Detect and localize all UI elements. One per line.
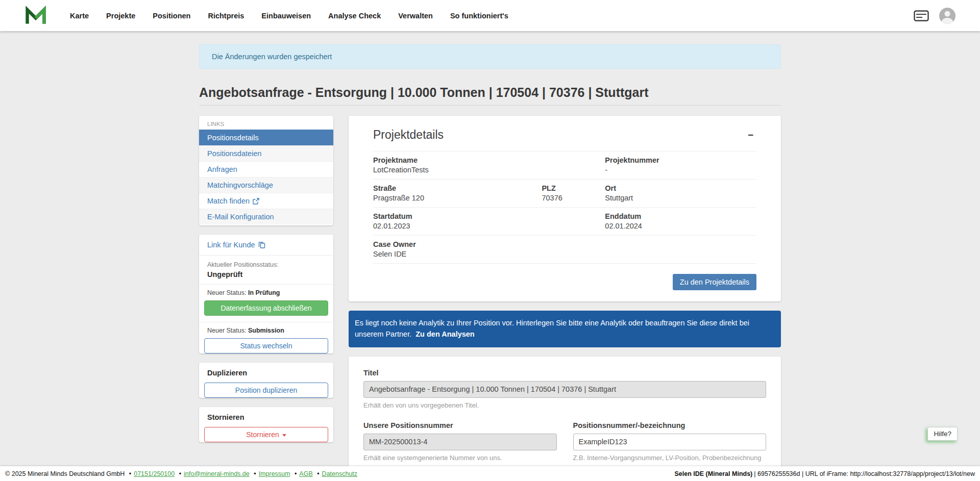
customer-link[interactable]: Link für Kunde [207,241,265,249]
field-value: Selen IDE [373,250,756,258]
project-row: Startdatum 02.01.2023 Enddatum 02.01.202… [373,208,756,236]
field-value: 70376 [542,194,605,202]
main-column: Projektdetails − Projektname LotCreation… [349,116,781,466]
field-label: Startdatum [373,212,605,220]
new-status-row-1: Neuer Status: In Prüfung [199,285,333,299]
logo-m-icon [24,6,47,26]
unsere-positionsnummer-input [363,434,557,450]
field-value: Pragstraße 120 [373,194,542,202]
footer-link-agb[interactable]: AGB [299,470,312,477]
cancel-header: Stornieren [199,407,333,426]
project-row: Straße Pragstraße 120 PLZ 70376 Ort Stut… [373,180,756,208]
footer-link-email[interactable]: info@mineral-minds.de [184,470,250,477]
titel-helper: Erhält den von uns vorgegebenen Titel. [363,401,766,409]
current-status-label: Aktueller Positionsstatus: [207,261,325,268]
field-value: 02.01.2024 [605,222,756,230]
duplicate-header: Duplizieren [199,363,333,382]
positionsnummer-helper: Z.B. Interne-Vorgangsnummer, LV-Position… [573,454,767,462]
customer-link-label: Link für Kunde [207,241,255,249]
links-card: LINKS Positionsdetails Positionsdateien … [199,116,333,225]
nav-item-analyse-check[interactable]: Analyse Check [320,12,389,20]
position-form-card: Titel Erhält den von uns vorgegebenen Ti… [349,357,781,467]
cancel-card: Stornieren Stornieren [199,407,333,442]
top-nav: Karte Projekte Positionen Richtpreis Ein… [0,0,980,31]
field-label: Ort [605,184,756,192]
positionsnummer-label: Positionsnummer/-bezeichnung [573,421,767,429]
project-row: Case Owner Selen IDE [373,236,756,264]
field-label: PLZ [542,184,605,192]
unsere-positionsnummer-helper: Erhält eine systemgenerierte Nummer von … [363,454,557,462]
footer-user-info: Selen IDE (Mineral Minds)| 69576255536d … [674,470,975,477]
new-status-row-2: Neuer Status: Submission [199,322,333,337]
sidebar-item-positionsdetails[interactable]: Positionsdetails [199,130,333,145]
sidebar-item-email-konfiguration[interactable]: E-Mail Konfiguration [199,209,333,224]
server-icon[interactable] [914,10,929,21]
success-alert: Die Änderungen wurden gespeichert [199,44,781,69]
sidebar-item-matchingvorschlaege[interactable]: Matchingvorschläge [199,177,333,193]
field-label: Straße [373,184,542,192]
sidebar-item-label: Match finden [207,197,250,205]
sidebar-item-anfragen[interactable]: Anfragen [199,161,333,177]
analytics-banner-text: Es liegt noch keine Analytik zu Ihrer Po… [355,319,749,338]
sidebar-item-positionsdateien[interactable]: Positionsdateien [199,145,333,161]
caret-down-icon [282,434,286,437]
nav-item-projekte[interactable]: Projekte [97,12,144,20]
nav-item-so-funktionierts[interactable]: So funktioniert's [442,12,517,20]
title-divider [199,105,781,106]
project-details-card: Projektdetails − Projektname LotCreation… [349,116,781,301]
new-status-value-1: In Prüfung [248,289,280,296]
footer: © 2025 Mineral Minds Deutschland GmbH •0… [0,466,980,481]
field-label: Enddatum [605,212,756,220]
content-area: Die Änderungen wurden gespeichert Angebo… [0,31,980,466]
nav-item-richtpreis[interactable]: Richtpreis [199,12,253,20]
status-card: Link für Kunde Aktueller Positionsstatus… [199,235,333,353]
nav-item-einbauweisen[interactable]: Einbauweisen [253,12,320,20]
go-to-project-details-button[interactable]: Zu den Projektdetails [673,274,756,290]
footer-link-datenschutz[interactable]: Datenschutz [322,470,357,477]
footer-copyright: © 2025 Mineral Minds Deutschland GmbH [5,470,125,477]
footer-link-phone[interactable]: 07151/250100 [134,470,175,477]
links-header: LINKS [199,116,333,130]
nav-item-positionen[interactable]: Positionen [144,12,199,20]
person-icon [939,8,955,24]
help-button[interactable]: Hilfe? [927,427,958,441]
go-to-analyses-link[interactable]: Zu den Analysen [415,330,474,338]
nav-item-verwalten[interactable]: Verwalten [389,12,442,20]
nav-right-icons [914,8,955,24]
footer-link-impressum[interactable]: Impressum [259,470,290,477]
new-status-value-2: Submission [248,327,284,334]
field-value: LotCreationTests [373,166,605,174]
user-avatar[interactable] [939,8,955,24]
duplicate-position-button[interactable]: Position duplizieren [204,383,328,398]
sidebar: LINKS Positionsdetails Positionsdateien … [199,116,333,451]
collapse-icon[interactable]: − [745,128,756,142]
footer-user-meta: | 69576255536d | URL of iFrame: http://l… [754,470,975,477]
page-title: Angebotsanfrage - Entsorgung | 10.000 To… [199,85,781,100]
copy-icon [258,241,265,248]
complete-data-entry-button[interactable]: Datenerfassung abschließen [204,300,328,316]
field-value: 02.01.2023 [373,222,605,230]
nav-item-karte[interactable]: Karte [61,12,97,20]
titel-label: Titel [363,369,766,377]
footer-user-name: Selen IDE (Mineral Minds) [674,470,752,477]
field-value: - [605,166,756,174]
titel-input [363,381,766,398]
mineral-minds-logo[interactable] [24,6,47,26]
external-link-icon [253,198,259,205]
footer-left: © 2025 Mineral Minds Deutschland GmbH •0… [5,470,357,477]
duplicate-card: Duplizieren Position duplizieren [199,363,333,398]
field-label: Case Owner [373,240,756,248]
analytics-banner: Es liegt noch keine Analytik zu Ihrer Po… [349,311,781,347]
project-row: Projektname LotCreationTests Projektnumm… [373,151,756,180]
cancel-button-label: Stornieren [246,431,279,439]
unsere-positionsnummer-label: Unsere Positionsnummer [363,421,557,429]
cancel-button[interactable]: Stornieren [204,427,328,442]
positionsnummer-input[interactable] [573,434,767,450]
sidebar-item-match-finden[interactable]: Match finden [199,193,333,209]
project-details-title: Projektdetails [373,128,444,142]
switch-status-button[interactable]: Status wechseln [204,338,328,353]
field-label: Projektnummer [605,156,756,164]
field-value: Stuttgart [605,194,756,202]
field-label: Projektname [373,156,605,164]
current-status-value: Ungeprüft [207,270,325,279]
